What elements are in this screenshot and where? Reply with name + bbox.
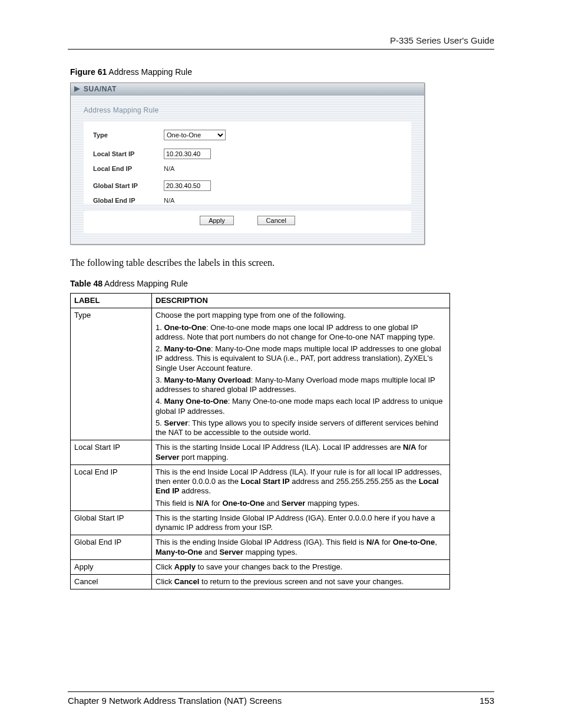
table-row: Local End IP This is the end Inside Loca…	[71, 465, 450, 510]
th-description: DESCRIPTION	[152, 294, 450, 308]
table-header-row: LABEL DESCRIPTION	[71, 294, 450, 308]
cell-label: Global End IP	[71, 535, 152, 560]
table-row: Apply Click Apply to save your changes b…	[71, 559, 450, 574]
cancel-button[interactable]: Cancel	[257, 216, 295, 225]
footer-page-number: 153	[480, 696, 494, 706]
cell-label: Cancel	[71, 575, 152, 589]
chevron-right-icon	[74, 86, 80, 92]
table-caption: Table 48 Address Mapping Rule	[70, 279, 494, 288]
type-label: Type	[93, 131, 164, 139]
cell-description: Click Cancel to return to the previous s…	[152, 575, 450, 589]
section-heading: Address Mapping Rule	[84, 106, 414, 114]
screenshot-panel: SUA/NAT Address Mapping Rule Type One-to…	[70, 83, 425, 245]
figure-caption: Figure 61 Address Mapping Rule	[70, 67, 494, 77]
global-end-ip-value: N/A	[164, 197, 174, 204]
global-start-ip-label: Global Start IP	[93, 182, 164, 189]
th-label: LABEL	[71, 294, 152, 308]
figure-number: Figure 61	[70, 67, 107, 77]
cell-label: Local End IP	[71, 465, 152, 510]
header-rule	[68, 49, 494, 50]
description-table: LABEL DESCRIPTION Type Choose the port m…	[70, 293, 450, 589]
local-start-ip-label: Local Start IP	[93, 150, 164, 157]
cell-description: This is the ending Inside Global IP Addr…	[152, 535, 450, 560]
cell-description: Choose the port mapping type from one of…	[152, 308, 450, 440]
cell-label: Type	[71, 308, 152, 440]
cell-label: Local Start IP	[71, 440, 152, 465]
cell-description: Click Apply to save your changes back to…	[152, 559, 450, 574]
footer-chapter: Chapter 9 Network Address Translation (N…	[68, 696, 282, 706]
body-paragraph: The following table describes the labels…	[70, 258, 494, 268]
apply-button[interactable]: Apply	[200, 216, 234, 225]
cell-description: This is the end Inside Local IP Address …	[152, 465, 450, 510]
footer-rule	[68, 691, 494, 692]
table-row: Cancel Click Cancel to return to the pre…	[71, 575, 450, 589]
table-row: Global End IP This is the ending Inside …	[71, 535, 450, 560]
figure-title: Address Mapping Rule	[107, 67, 192, 77]
table-title: Address Mapping Rule	[103, 279, 188, 288]
table-row: Global Start IP This is the starting Ins…	[71, 510, 450, 535]
cell-description: This is the starting Inside Local IP Add…	[152, 440, 450, 465]
cell-label: Apply	[71, 559, 152, 574]
local-end-ip-value: N/A	[164, 165, 174, 172]
table-row: Type Choose the port mapping type from o…	[71, 308, 450, 440]
cell-description: This is the starting Inside Global IP Ad…	[152, 510, 450, 535]
header-guide-title: P-335 Series User's Guide	[68, 35, 494, 45]
table-row: Local Start IP This is the starting Insi…	[71, 440, 450, 465]
global-end-ip-label: Global End IP	[93, 197, 164, 204]
local-start-ip-input[interactable]	[164, 149, 211, 159]
table-number: Table 48	[70, 279, 103, 288]
cell-label: Global Start IP	[71, 510, 152, 535]
window-title-bar: SUA/NAT	[71, 83, 424, 95]
type-select[interactable]: One-to-One	[164, 130, 226, 140]
window-title: SUA/NAT	[84, 85, 117, 93]
page-footer: Chapter 9 Network Address Translation (N…	[68, 691, 494, 706]
global-start-ip-input[interactable]	[164, 180, 211, 191]
local-end-ip-label: Local End IP	[93, 165, 164, 172]
